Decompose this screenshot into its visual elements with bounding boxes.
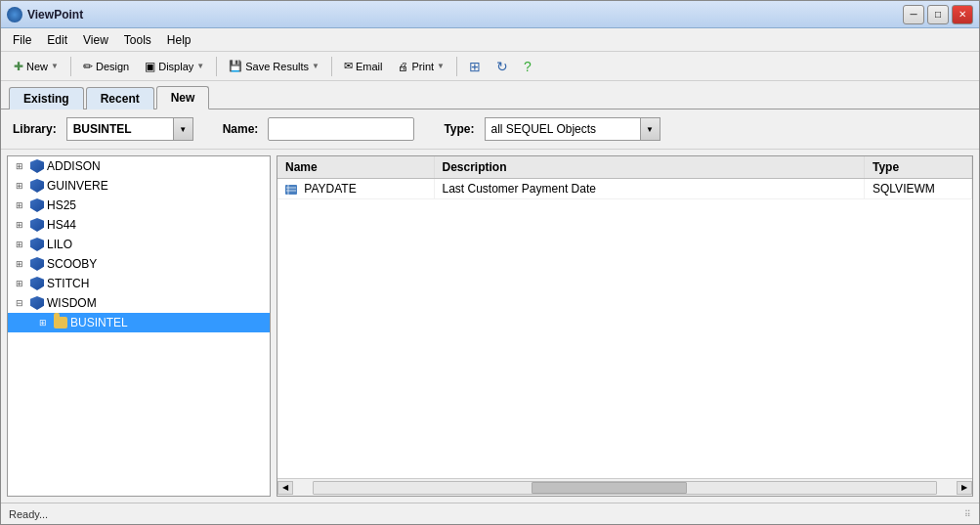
scroll-thumb[interactable] [532,482,687,494]
menu-file[interactable]: File [5,31,39,49]
menu-edit[interactable]: Edit [39,31,75,49]
scroll-left-arrow[interactable]: ◀ [277,481,293,495]
save-dropdown-arrow[interactable]: ▼ [312,62,320,70]
tree-label-busintel: BUSINTEL [70,316,128,329]
print-icon: 🖨 [398,61,408,72]
tree-item-hs25[interactable]: ⊞ HS25 [8,196,270,215]
save-results-label: Save Results [245,61,309,72]
tree-item-addison[interactable]: ⊞ ADDISON [8,156,270,176]
expand-stitch-icon[interactable]: ⊞ [12,276,27,291]
toolbar-sep-4 [456,57,457,76]
type-dropdown-arrow[interactable]: ▼ [640,118,660,140]
expand-hs25-icon[interactable]: ⊞ [12,197,27,213]
help-icon: ? [524,59,532,74]
tree-label-wisdom: WISDOM [47,296,97,310]
tree-label-scooby: SCOOBY [47,257,97,271]
tree-label-hs25: HS25 [47,198,76,212]
tree-item-lilo[interactable]: ⊞ LILO [8,235,270,254]
db-icon-scooby [29,256,45,272]
expand-scooby-icon[interactable]: ⊞ [12,256,27,272]
toolbar-sep-2 [216,57,217,76]
svg-rect-0 [285,185,297,195]
table-row[interactable]: PAYDATE Last Customer Payment Date SQLVI… [277,179,972,199]
db-icon-wisdom [29,295,45,311]
print-dropdown-arrow[interactable]: ▼ [437,62,445,70]
db-icon-guinvere [29,178,45,194]
expand-addison-icon[interactable]: ⊞ [12,158,27,174]
row-view-icon [285,184,297,196]
email-button[interactable]: ✉ Email [337,55,390,78]
window-title: ViewPoint [27,8,83,22]
expand-hs44-icon[interactable]: ⊞ [12,217,27,233]
display-icon: ▣ [145,60,155,73]
expand-wisdom-icon[interactable]: ⊟ [12,295,27,311]
tree-item-busintel[interactable]: ⊞ BUSINTEL [8,313,270,332]
maximize-button[interactable]: □ [927,5,949,24]
print-button[interactable]: 🖨 Print ▼ [391,55,451,78]
results-table: Name Description Type [277,156,972,199]
minimize-button[interactable]: ─ [903,5,924,24]
tree-label-stitch: STITCH [47,277,89,290]
toolbar-sep-3 [331,57,332,76]
display-dropdown-arrow[interactable]: ▼ [196,62,204,70]
data-pane: Name Description Type [277,155,973,497]
title-bar: ViewPoint ─ □ ✕ [1,1,979,28]
filter-bar: Library: BUSINTEL ▼ Name: Type: all SEQU… [1,109,979,150]
main-window: ViewPoint ─ □ ✕ File Edit View Tools Hel… [0,0,980,525]
db-icon-hs44 [29,217,45,233]
status-bar: Ready... ⠿ [1,503,979,524]
tree-item-guinvere[interactable]: ⊞ GUINVERE [8,176,270,196]
col-header-name: Name [277,156,434,179]
horizontal-scrollbar[interactable]: ◀ ▶ [277,478,972,496]
menu-tools[interactable]: Tools [116,31,159,49]
close-button[interactable]: ✕ [952,5,973,24]
library-dropdown[interactable]: BUSINTEL ▼ [66,117,193,141]
title-bar-left: ViewPoint [7,7,83,22]
print-label: Print [411,61,434,72]
tree-item-hs44[interactable]: ⊞ HS44 [8,215,270,235]
db-icon-stitch [29,276,45,291]
grid-button[interactable]: ⊞ [462,55,488,78]
tree-item-stitch[interactable]: ⊞ STITCH [8,274,270,293]
status-bar-right: ⠿ [964,509,971,519]
tab-recent[interactable]: Recent [86,87,154,109]
save-icon: 💾 [229,60,242,72]
tree-label-hs44: HS44 [47,218,76,232]
tab-new[interactable]: New [156,86,210,109]
menu-help[interactable]: Help [159,31,199,49]
type-dropdown[interactable]: all SEQUEL Objects ▼ [485,117,660,141]
row-name-value: PAYDATE [304,182,356,196]
email-icon: ✉ [344,60,353,72]
new-icon: ✚ [14,60,23,73]
app-icon [7,7,22,22]
window-controls: ─ □ ✕ [903,5,973,24]
tab-bar: Existing Recent New [1,81,979,109]
tree-item-wisdom[interactable]: ⊟ WISDOM [8,293,270,313]
tree-label-lilo: LILO [47,238,72,251]
design-button[interactable]: ✏ Design [76,55,136,78]
scroll-track[interactable] [313,481,937,495]
expand-lilo-icon[interactable]: ⊞ [12,237,27,252]
tree-label-guinvere: GUINVERE [47,179,108,193]
new-button[interactable]: ✚ New ▼ [7,55,65,78]
new-dropdown-arrow[interactable]: ▼ [51,62,59,70]
library-dropdown-arrow[interactable]: ▼ [173,118,192,140]
row-type-cell: SQLVIEWM [865,179,972,199]
status-text: Ready... [9,508,48,520]
expand-busintel-icon[interactable]: ⊞ [35,315,51,330]
display-button[interactable]: ▣ Display ▼ [138,55,211,78]
tree-label-addison: ADDISON [47,159,101,173]
name-input[interactable] [268,117,414,141]
grid-icon: ⊞ [469,59,481,74]
type-label: Type: [444,122,474,136]
save-results-button[interactable]: 💾 Save Results ▼ [222,55,326,78]
help-button[interactable]: ? [517,55,538,78]
toolbar: ✚ New ▼ ✏ Design ▣ Display ▼ 💾 Save Resu… [1,52,979,81]
menu-view[interactable]: View [75,31,116,49]
expand-guinvere-icon[interactable]: ⊞ [12,178,27,194]
scroll-right-arrow[interactable]: ▶ [957,481,972,495]
tab-existing[interactable]: Existing [9,87,84,109]
refresh-button[interactable]: ↻ [490,55,515,78]
col-header-type: Type [865,156,972,179]
tree-item-scooby[interactable]: ⊞ SCOOBY [8,254,270,274]
